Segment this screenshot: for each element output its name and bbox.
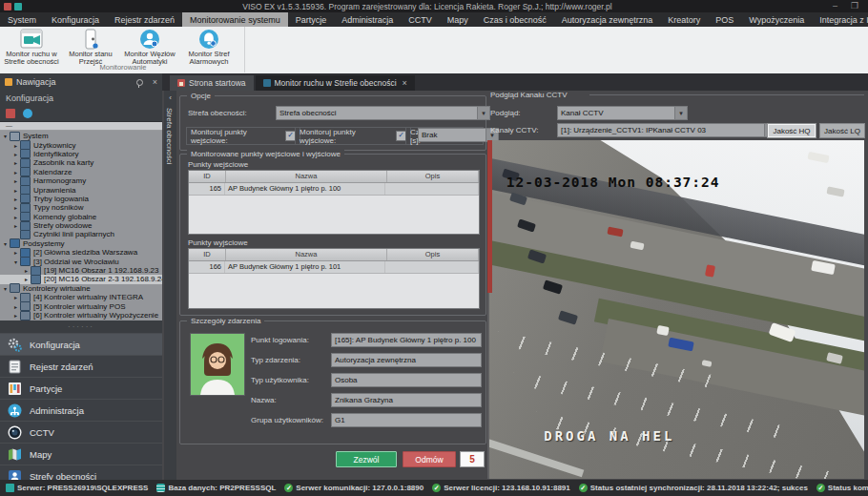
monitor-ruchu-button[interactable]: Monitor ruchu w Strefie obecności [2, 27, 61, 63]
tree-icon [20, 257, 31, 266]
menu-integracja-integra[interactable]: Integracja z INTEGRA [812, 12, 868, 27]
in-points-table: ID Nazwa Opis 165 AP Budynek Główny 1 pi… [188, 170, 480, 235]
tree-item-komendy-globalne[interactable]: Komendy globalne [0, 213, 162, 221]
ok-icon: ✓ [816, 484, 825, 492]
door-icon [79, 29, 102, 50]
table-row[interactable]: 166 AP Budynek Główny 1 piętro p. 101 [189, 261, 479, 274]
view-dropdown[interactable]: Kanał CCTV [557, 106, 688, 120]
side-tab-label: Strefa obecności [165, 108, 174, 165]
tree-item-kontroler-integra[interactable]: [4] Kontroler wirtualny INTEGRA [0, 293, 162, 301]
minimize-button[interactable]: – [833, 2, 837, 10]
tree-item-uzytkownicy[interactable]: Użytkownicy [0, 140, 162, 149]
menu-rejestr-zdarzen[interactable]: Rejestr zdarzeń [107, 12, 182, 27]
tab-strona-startowa[interactable]: Strona startowa [170, 75, 254, 91]
menu-administracja[interactable]: Administracja [334, 12, 401, 27]
tree-item-tryby-logowania[interactable]: Tryby logowania [0, 195, 162, 203]
monitored-points-title: Monitorowane punkty wejściowe i wyjściow… [187, 150, 344, 158]
camera-red-pillar [487, 140, 492, 293]
camera-lens-icon [8, 425, 22, 440]
tree-item-warszawa[interactable]: [2] Główna siedziba Warszawa [0, 248, 162, 257]
menu-mapy[interactable]: Mapy [440, 12, 476, 27]
nav-mapy[interactable]: Mapy [0, 443, 162, 465]
cctv-panel-title: Podgląd Kanału CCTV [486, 91, 571, 99]
collapse-tool-icon[interactable] [6, 109, 15, 118]
module-nav-list: Konfiguracja Rejestr zdarzeń Partycje Ad… [0, 333, 162, 480]
nav-rejestr-zdarzen[interactable]: Rejestr zdarzeń [0, 355, 162, 377]
field-label: Nazwa: [251, 396, 277, 404]
zone-dropdown[interactable]: Strefa obecności [276, 106, 490, 120]
tree-item-podsystemy[interactable]: Podsystemy [0, 239, 162, 248]
event-details-title: Szczegóły zdarzenia [187, 317, 264, 325]
nav-administracja[interactable]: Administracja [0, 399, 162, 421]
countdown-badge: 5 [460, 451, 485, 467]
tree-item-mc16-obszar23[interactable]: [20] MC16 Obszar 2-3 192.168.9.24 [0, 275, 162, 283]
tree-item-system[interactable]: System [0, 132, 162, 140]
tab-monitor-ruchu[interactable]: Monitor ruchu w Strefie obecności × [256, 75, 415, 91]
tree-item-harmonogramy[interactable]: Harmonogramy [0, 176, 162, 185]
tree-item-zasobnik[interactable]: Zasobnik na karty [0, 158, 162, 167]
deny-button[interactable]: Odmów [403, 451, 456, 467]
tree-icon [10, 238, 20, 248]
pin-icon[interactable] [136, 79, 143, 86]
statusbar: Serwer: PRESS26919\SQLEXPRESS Baza danyc… [0, 480, 868, 496]
monitored-points-group: Monitorowane punkty wejściowe i wyjściow… [179, 154, 486, 316]
tree-item-kontroler-pos[interactable]: [5] Kontroler wirtualny POS [0, 301, 162, 310]
monitor-stref-alarmowych-button[interactable]: Monitor Stref Alarmowych [179, 27, 238, 63]
document-tabstrip: Strona startowa Monitor ruchu w Strefie … [162, 73, 868, 91]
navigation-icon [5, 78, 12, 86]
tree-item-strefy-obwodowe[interactable]: Strefy obwodowe [0, 221, 162, 230]
tree-item-czytniki[interactable]: Czytniki linii papilarnych [0, 230, 162, 238]
side-collapsed-tab[interactable]: ‹ Strefa obecności [164, 91, 176, 480]
close-icon[interactable]: × [153, 78, 157, 87]
partitions-icon [8, 382, 22, 396]
app-icon-teal [14, 3, 22, 10]
menu-autoryzacja-zewnetrzna[interactable]: Autoryzacja zewnętrzna [554, 12, 661, 27]
menu-konfiguracja[interactable]: Konfiguracja [44, 12, 107, 27]
table-row[interactable]: 165 AP Budynek Główny 1 piętro p. 100 [189, 183, 479, 196]
menu-wypozyczenia[interactable]: Wypożyczenia [741, 12, 812, 27]
channels-dropdown[interactable]: [1]: Urządzenie_CCTV1: IPKanał CCTV 03 [557, 123, 777, 137]
menu-cctv[interactable]: CCTV [401, 12, 440, 27]
chevron-left-icon: ‹ [164, 93, 176, 104]
tree-icon [20, 167, 31, 176]
ok-icon: ✓ [432, 484, 441, 492]
nav-cctv[interactable]: CCTV [0, 421, 162, 443]
document-icon [8, 360, 22, 374]
nav-konfiguracja[interactable]: Konfiguracja [0, 333, 162, 355]
camera-caption: DROGA NA HEL [544, 428, 674, 444]
menu-partycje[interactable]: Partycje [288, 12, 335, 27]
video-camera-icon [20, 29, 43, 50]
tree-item-identyfikatory[interactable]: Identyfikatory [0, 150, 162, 158]
tree-item-wroclaw[interactable]: [3] Oddział we Wrocławiu [0, 257, 162, 265]
tree-icon [10, 283, 20, 293]
tree-item-uprawnienia[interactable]: Uprawnienia [0, 185, 162, 194]
sidebar-splitter[interactable]: ······ [0, 320, 162, 333]
menu-monitorowanie-systemu[interactable]: Monitorowanie systemu [182, 12, 288, 27]
camera-timestamp: 12-03-2018 Mon 08:37:24 [506, 175, 720, 190]
table-header: ID Nazwa Opis [189, 249, 479, 261]
tree-item-kontroler-wypozyczenie[interactable]: [6] Kontroler wirtualny Wypożyczenie [0, 311, 162, 320]
quality-lq-button[interactable]: Jakość LQ [819, 123, 865, 138]
tab-close-icon[interactable]: × [403, 78, 407, 88]
monitor-przejsc-button[interactable]: Monitor stanu Przejść [61, 27, 120, 63]
quality-hq-button[interactable]: Jakość HQ [767, 123, 816, 138]
titlebar: VISO EX v1.5.3.15936. Program zarejestro… [0, 0, 868, 12]
monitor-wezlow-button[interactable]: Monitor Węzłów Automatyki [120, 27, 179, 63]
globe-tool-icon[interactable] [23, 109, 32, 118]
server-icon [6, 484, 14, 492]
menu-czas-i-obecnosc[interactable]: Czas i obecność [476, 12, 554, 27]
navigation-header: Nawigacja × [0, 73, 162, 91]
menu-system[interactable]: System [0, 12, 44, 27]
nav-partycje[interactable]: Partycje [0, 377, 162, 399]
tree-item-kontrolery-wirtualne[interactable]: Kontrolery wirtualne [0, 284, 162, 293]
maximize-button[interactable]: ❐ [851, 2, 858, 10]
allow-button[interactable]: Zezwól [336, 451, 397, 467]
view-label: Podgląd: [490, 109, 521, 117]
tree-item-kalendarze[interactable]: Kalendarze [0, 168, 162, 176]
field-label: Punkt logowania: [251, 336, 309, 344]
tree-item-typy-nosnikow[interactable]: Typy nośników [0, 203, 162, 212]
cctv-video-frame[interactable]: 12-03-2018 Mon 08:37:24 DROGA NA HEL [487, 140, 864, 479]
tree-item-mc16-obszar1[interactable]: [19] MC16 Obszar 1 192.168.9.23 [0, 266, 162, 275]
menu-pos[interactable]: POS [708, 12, 741, 27]
menu-kreatory[interactable]: Kreatory [660, 12, 708, 27]
